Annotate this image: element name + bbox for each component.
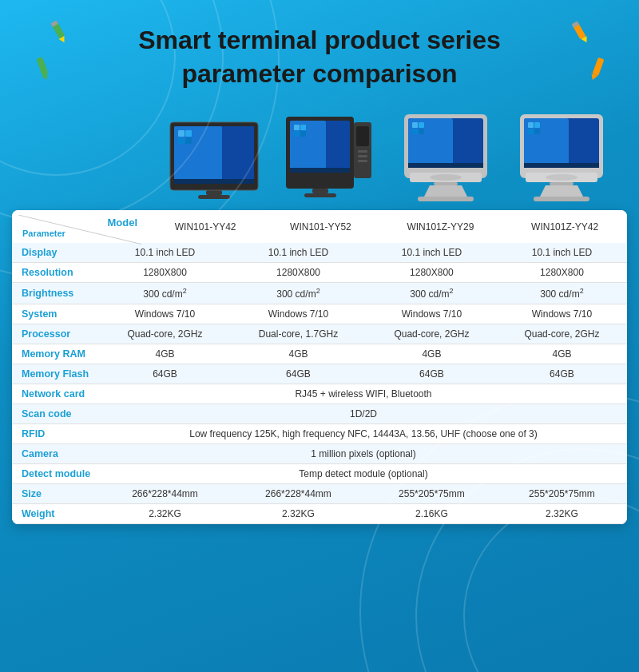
param-name-cell: Processor [12, 324, 100, 344]
value-cell-2: 300 cd/m2 [367, 283, 497, 304]
table-row: Memory RAM4GB4GB4GB4GB [12, 344, 627, 364]
value-cell-2: Windows 7/10 [367, 304, 497, 324]
value-cell-2: 1280X800 [367, 263, 497, 283]
table-row: SystemWindows 7/10Windows 7/10Windows 7/… [12, 304, 627, 324]
svg-rect-33 [358, 155, 367, 157]
value-cell-3: 10.1 inch LED [497, 243, 627, 263]
param-name-cell: Detect module [12, 464, 100, 484]
svg-rect-40 [408, 163, 483, 168]
comparison-table: Model Parameter WIN101-YY42 WIN101-YY52 … [12, 210, 627, 243]
svg-rect-47 [434, 182, 458, 185]
value-cell-3: 4GB [497, 344, 627, 364]
title-line1: Smart terminal product series [138, 26, 500, 54]
svg-point-59 [546, 174, 577, 181]
param-name-cell: RFID [12, 424, 100, 444]
value-cell-0: Quad-core, 2GHz [100, 324, 230, 344]
header-section: Smart terminal product series parameter … [0, 0, 639, 102]
param-name-cell: Memory RAM [12, 344, 100, 364]
title-line2: parameter comparison [181, 59, 457, 88]
param-name-cell: Scan code [12, 404, 100, 424]
table-row: Memory Flash64GB64GB64GB64GB [12, 364, 627, 384]
device-svg-4 [514, 110, 609, 202]
svg-rect-34 [358, 160, 367, 162]
param-name-cell: Memory Flash [12, 364, 100, 384]
model-name-4: WIN101Z-YY42 [502, 210, 627, 243]
svg-point-46 [430, 174, 462, 181]
page-title: Smart terminal product series parameter … [138, 24, 500, 90]
value-cell-1: 2.32KG [230, 504, 367, 524]
svg-rect-6 [36, 57, 48, 75]
svg-rect-32 [358, 150, 367, 153]
table-row: ProcessorQuad-core, 2GHzDual-core, 1.7GH… [12, 324, 627, 344]
value-cell-1: 300 cd/m2 [230, 283, 367, 304]
svg-rect-41 [412, 122, 418, 128]
param-name-cell: Weight [12, 504, 100, 524]
value-cell-1: Windows 7/10 [230, 304, 367, 324]
svg-rect-36 [304, 193, 336, 197]
value-cell-0: 300 cd/m2 [100, 283, 230, 304]
value-cell-0: 266*228*44mm [100, 484, 230, 504]
svg-rect-60 [550, 182, 574, 185]
svg-rect-49 [418, 197, 474, 201]
svg-line-63 [18, 215, 141, 245]
svg-rect-25 [290, 168, 350, 173]
model-param-header: Model Parameter [12, 210, 148, 243]
value-cell-3: 64GB [497, 364, 627, 384]
product-image-3 [387, 110, 503, 202]
brush-icon-1 [44, 18, 73, 46]
param-name-cell: Network card [12, 384, 100, 404]
brush-icon-3 [28, 54, 57, 83]
svg-rect-28 [294, 131, 300, 137]
value-cell-1: 4GB [230, 344, 367, 364]
svg-rect-31 [356, 126, 369, 146]
product-image-2 [272, 110, 387, 202]
svg-rect-35 [312, 189, 328, 193]
svg-rect-26 [294, 125, 300, 130]
value-cell-0: 4GB [100, 344, 230, 364]
value-cell-2: 4GB [367, 344, 497, 364]
value-cell-3: Windows 7/10 [497, 304, 627, 324]
svg-rect-62 [534, 197, 589, 201]
svg-rect-44 [419, 129, 424, 134]
svg-rect-42 [419, 122, 424, 128]
value-cell-1: 64GB [230, 364, 367, 384]
value-cell-1: Dual-core, 1.7GHz [230, 324, 367, 344]
svg-rect-57 [534, 129, 540, 134]
svg-rect-53 [524, 163, 599, 168]
table-header-row: Model Parameter WIN101-YY42 WIN101-YY52 … [12, 210, 627, 243]
svg-rect-54 [528, 122, 534, 128]
value-cell-1: 10.1 inch LED [230, 243, 367, 263]
param-name-cell: Size [12, 484, 100, 504]
device-svg-2 [282, 110, 378, 202]
svg-rect-29 [300, 131, 306, 137]
value-cell-3: 1280X800 [497, 263, 627, 283]
page-container: Smart terminal product series parameter … [0, 0, 639, 672]
model-name-2: WIN101-YY52 [263, 210, 378, 243]
value-cell-0: 2.32KG [100, 504, 230, 524]
param-name-cell: Camera [12, 444, 100, 464]
brush-icon-4 [582, 54, 611, 83]
value-cell-2: 10.1 inch LED [367, 243, 497, 263]
param-name-cell: Brightness [12, 283, 100, 304]
svg-rect-8 [592, 58, 604, 76]
product-image-4 [503, 110, 619, 202]
value-cell-0: Windows 7/10 [100, 304, 230, 324]
table-row: Brightness300 cd/m2300 cd/m2300 cd/m2300… [12, 283, 627, 304]
param-name-cell: System [12, 304, 100, 324]
svg-rect-27 [300, 125, 306, 130]
value-cell-3: 300 cd/m2 [497, 283, 627, 304]
value-cell-1: 266*228*44mm [230, 484, 367, 504]
svg-rect-43 [412, 129, 418, 134]
diagonal-line-svg [18, 215, 141, 245]
model-name-3: WIN101Z-YY29 [379, 210, 503, 243]
value-cell-3: Quad-core, 2GHz [497, 324, 627, 344]
svg-rect-56 [528, 129, 534, 134]
value-cell-2: Quad-core, 2GHz [367, 324, 497, 344]
value-cell-2: 64GB [367, 364, 497, 384]
svg-rect-55 [534, 122, 540, 128]
brush-icon-2 [566, 18, 595, 46]
value-cell-0: 64GB [100, 364, 230, 384]
device-svg-3 [398, 110, 494, 202]
value-cell-1: 1280X800 [230, 263, 367, 283]
